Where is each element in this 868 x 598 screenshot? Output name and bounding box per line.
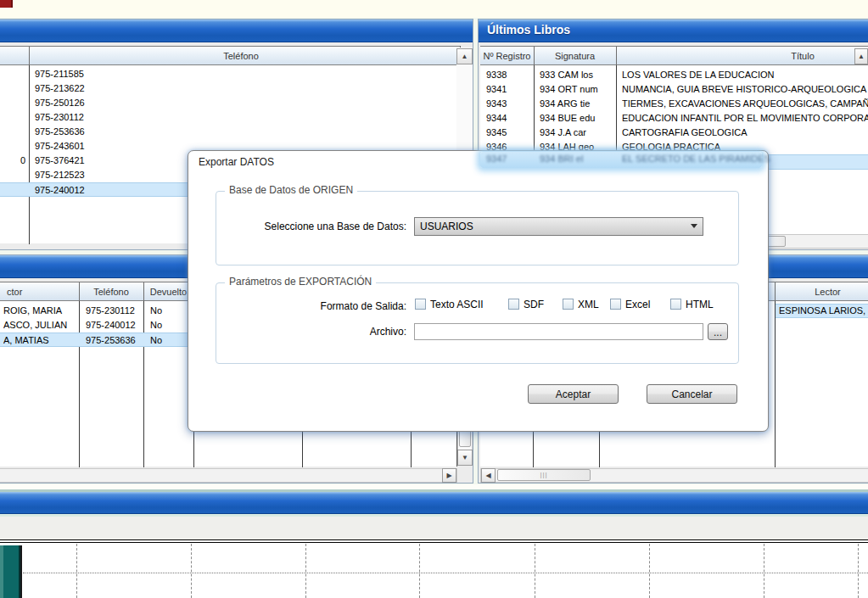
col-titulo[interactable]: Título: [760, 47, 845, 65]
report-guide-line: [858, 544, 859, 598]
report-guide-line: [76, 544, 77, 598]
libro-row[interactable]: 9341 934 ORT num NUMANCIA, GUIA BREVE HI…: [480, 82, 868, 97]
report-toolbar-area: [0, 517, 868, 539]
phone-row[interactable]: 975-250126: [0, 96, 460, 110]
scroll-left-button[interactable]: ◀: [481, 468, 496, 483]
hscroll-thumb[interactable]: [766, 236, 786, 247]
col-lector[interactable]: Lector: [786, 282, 868, 301]
report-margin-bar: [0, 545, 20, 598]
archivo-input[interactable]: [414, 323, 703, 340]
col-telefono[interactable]: Teléfono: [79, 282, 143, 301]
report-titlebar[interactable]: [0, 492, 868, 514]
checkbox-html-label: HTML: [686, 299, 714, 310]
report-guide-line: [535, 544, 535, 598]
bottom-panel: [0, 484, 868, 598]
chevron-down-icon: [691, 224, 697, 228]
checkbox-html[interactable]: [670, 299, 681, 310]
phone-row[interactable]: 975-211585: [0, 67, 460, 81]
phone-column-header[interactable]: Teléfono: [29, 47, 453, 65]
libro-row[interactable]: 9338 933 CAM los LOS VALORES DE LA EDUCA…: [480, 68, 868, 82]
report-guide-line: [419, 544, 420, 598]
phone-row[interactable]: 975-213622: [0, 81, 460, 96]
hscroll-thumb[interactable]: |||: [497, 469, 591, 481]
libros-grid-header: Nº Registro Signatura Título: [480, 47, 868, 65]
report-guide-hline: [23, 573, 868, 573]
col-signatura[interactable]: Signatura: [534, 47, 616, 65]
col-devuelto[interactable]: Devuelto: [143, 282, 193, 301]
ultimos-libros-titlebar[interactable]: Últimos Libros: [479, 20, 868, 42]
aceptar-button[interactable]: Aceptar: [528, 384, 619, 404]
checkbox-texto-ascii-label: Texto ASCII: [430, 299, 484, 310]
checkbox-excel-label: Excel: [625, 299, 650, 310]
database-select-value: USUARIOS: [420, 221, 473, 232]
checkbox-xml-label: XML: [578, 299, 599, 310]
truncated-cell-fragment: 0: [20, 154, 25, 168]
checkbox-xml[interactable]: [563, 299, 574, 310]
libro-row[interactable]: 9344 934 BUE edu EDUCACION INFANTIL POR …: [480, 111, 868, 126]
export-dialog: Exportar DATOS Base de Datos de ORIGEN S…: [188, 150, 769, 432]
phones-grid-header: Teléfono: [0, 47, 460, 65]
phone-row[interactable]: 975-253636: [0, 125, 460, 139]
checkbox-sdf-label: SDF: [524, 299, 544, 310]
scroll-up-button[interactable]: ▲: [854, 48, 868, 64]
glitch-selected-book-row: 9347 934 BRI el EL SECRETO DE LAS PIRAMI…: [480, 152, 762, 168]
cancelar-button[interactable]: Cancelar: [647, 384, 737, 404]
report-guide-line: [764, 544, 764, 598]
window-phones-titlebar[interactable]: [0, 20, 473, 42]
scroll-right-button[interactable]: ▶: [442, 468, 456, 483]
scroll-down-button[interactable]: ▼: [457, 450, 473, 466]
report-guide-line: [191, 544, 192, 598]
report-guide-line: [649, 544, 650, 598]
formato-label: Formato de Salida:: [219, 300, 406, 312]
col-lector[interactable]: ctor: [7, 282, 58, 301]
prestamos-hscrollbar[interactable]: [0, 468, 457, 483]
browse-button[interactable]: ...: [708, 323, 728, 340]
checkbox-excel[interactable]: [610, 299, 621, 310]
col-registro[interactable]: Nº Registro: [480, 47, 534, 65]
database-select[interactable]: USUARIOS: [414, 217, 703, 236]
checkbox-texto-ascii[interactable]: [415, 299, 426, 310]
libro-row[interactable]: 9345 934 J.A car CARTOGRAFIA GEOLOGICA: [480, 126, 868, 140]
corner-marker: [0, 0, 13, 8]
archivo-label: Archivo:: [219, 326, 406, 338]
phone-row[interactable]: 975-230112: [0, 110, 460, 125]
app-screen: Teléfono 975-211585 975-213622 975-25012…: [0, 0, 868, 598]
group-origen-label: Base de Datos de ORIGEN: [225, 184, 357, 196]
libro-row[interactable]: 9343 934 ARG tie TIERMES, EXCAVACIONES A…: [480, 97, 868, 111]
top-strip: [0, 0, 868, 18]
dialog-title: Exportar DATOS: [199, 156, 274, 168]
group-parametros-label: Parámetros de EXPORTACIÓN: [225, 276, 376, 288]
checkbox-sdf[interactable]: [508, 299, 519, 310]
window-title: Últimos Libros: [487, 23, 570, 36]
report-guide-line: [305, 544, 306, 598]
select-db-label: Seleccione una Base de Datos:: [219, 221, 406, 232]
scroll-up-button[interactable]: ▲: [456, 48, 473, 64]
